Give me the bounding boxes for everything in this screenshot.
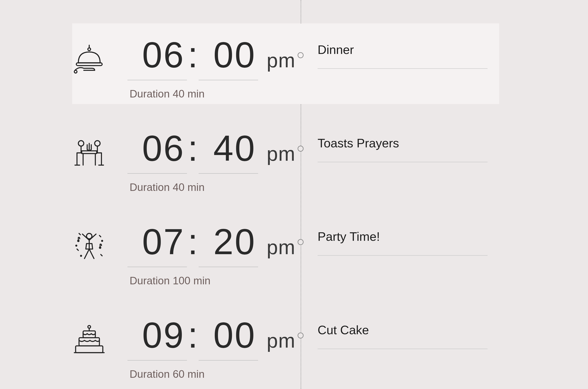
event-time[interactable]: 06 : 40 pm Duration 40 min [128,123,302,194]
event-time-hours[interactable]: 09 [128,314,187,360]
event-time-ampm[interactable]: pm [267,329,295,352]
event-time-ampm[interactable]: pm [267,49,295,72]
event-time-ampm[interactable]: pm [267,142,295,165]
event-time-minutes[interactable]: 20 [199,221,258,267]
event-time-hours[interactable]: 06 [128,128,187,174]
toast-table-icon [72,123,128,170]
svg-rect-21 [76,346,103,353]
svg-point-14 [76,245,77,246]
event-time-minutes[interactable]: 40 [199,128,258,174]
timeline-marker [296,144,305,153]
event-duration: Duration 40 min [128,181,302,194]
event-duration: Duration 100 min [128,275,302,287]
event-time-ampm[interactable]: pm [267,236,295,259]
event-card[interactable]: 06 : 40 pm Duration 40 min Toasts Prayer… [72,117,499,197]
time-colon: : [187,34,199,76]
wedding-cake-icon [72,310,128,357]
event-duration: Duration 40 min [128,88,302,100]
time-colon: : [187,221,199,262]
timeline-marker [296,238,305,246]
time-colon: : [187,128,199,169]
event-time[interactable]: 07 : 20 pm Duration 100 min [128,217,302,287]
svg-point-1 [88,48,91,51]
svg-point-15 [102,240,103,241]
event-time-hours[interactable]: 06 [128,34,187,80]
svg-point-5 [95,141,100,146]
event-card[interactable]: 07 : 20 pm Duration 100 min Party Time! [72,210,499,291]
svg-rect-8 [82,151,97,154]
timeline-marker [296,51,305,60]
party-dance-icon [72,217,128,263]
event-card[interactable]: 09 : 00 pm Duration 60 min Cut Cake [72,304,499,384]
event-time[interactable]: 06 : 00 pm Duration 40 min [128,30,302,100]
dinner-service-icon [72,30,128,76]
time-colon: : [187,314,199,356]
event-time-minutes[interactable]: 00 [199,314,258,360]
svg-point-16 [80,255,82,256]
timeline-marker [296,331,305,340]
event-duration: Duration 60 min [128,368,302,380]
event-time-minutes[interactable]: 00 [199,34,258,80]
event-time-hours[interactable]: 07 [128,221,187,267]
event-title[interactable]: Party Time! [317,229,487,256]
event-title[interactable]: Cut Cake [317,323,487,349]
schedule-page: 06 : 00 pm Duration 40 min Dinner [0,0,588,389]
event-title[interactable]: Toasts Prayers [317,136,487,162]
svg-point-4 [78,141,84,146]
svg-point-3 [74,70,77,73]
event-title[interactable]: Dinner [317,42,487,69]
svg-rect-2 [76,63,102,65]
event-card[interactable]: 06 : 00 pm Duration 40 min Dinner [72,23,499,104]
event-time[interactable]: 09 : 00 pm Duration 60 min [128,310,302,380]
